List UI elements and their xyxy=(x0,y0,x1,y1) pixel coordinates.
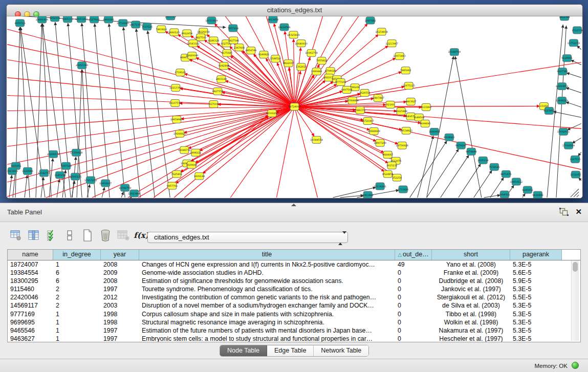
table-cell: 1997 xyxy=(101,285,139,293)
table-row[interactable]: 946554611997Estimation of the future num… xyxy=(8,326,580,335)
table-cell: 5.3E-5 xyxy=(510,301,562,310)
table-row[interactable]: 969969511998Structural magnetic resonanc… xyxy=(8,318,580,326)
table-row[interactable]: 911546021997Tourette syndrome. Phenomeno… xyxy=(8,285,580,293)
column-header-in-degree[interactable]: in_degree xyxy=(53,250,101,260)
table-cell: 14569117 xyxy=(8,301,53,310)
graph-node-label: 9175685 xyxy=(222,52,232,55)
memory-status-label: Memory: OK xyxy=(534,363,568,369)
column-header-title[interactable]: title xyxy=(139,250,395,260)
graph-node-label: 12342757 xyxy=(38,172,50,174)
window-titlebar[interactable]: citations_edges.txt xyxy=(7,5,582,16)
table-cell: 0 xyxy=(395,269,432,277)
table-chooser-dropdown[interactable]: citations_edges.txt xyxy=(147,232,348,243)
table-cell: 1997 xyxy=(101,326,139,335)
graph-node-label: 1640954 xyxy=(429,130,440,133)
table-cell: 1 xyxy=(53,310,101,318)
graph-node-label: 7515526 xyxy=(142,26,153,28)
new-table-icon[interactable] xyxy=(81,229,94,242)
graph-node-label: 1822394 xyxy=(559,16,570,18)
table-cell: Investigating the contribution of common… xyxy=(139,293,395,301)
column-header-pagerank[interactable]: pagerank xyxy=(510,250,562,260)
select-all-icon[interactable] xyxy=(45,229,58,242)
tab-edge-table[interactable]: Edge Table xyxy=(267,345,314,356)
graph-node-label: 16046756 xyxy=(178,149,190,151)
table-cell: 2008 xyxy=(101,277,139,285)
column-header-name[interactable]: name xyxy=(8,250,53,260)
graph-node-label: 2803144 xyxy=(216,78,227,80)
table-cell: Stergiakouli et al. (2012) xyxy=(432,293,510,301)
tab-network-table[interactable]: Network Table xyxy=(314,345,368,356)
table-cell: 0 xyxy=(395,277,432,285)
graph-node-label: 16107554 xyxy=(169,102,181,104)
graph-node-label: 1065333 xyxy=(62,18,73,20)
column-header-year[interactable]: year xyxy=(101,250,139,260)
graph-node-label: 62160 xyxy=(386,103,394,106)
panel-title: Table Panel xyxy=(7,208,42,216)
delete-table-icon[interactable] xyxy=(99,229,112,242)
table-row[interactable]: 977716911998Corpus callosum shape and si… xyxy=(8,310,580,318)
function-builder-icon[interactable]: f(x) xyxy=(135,229,148,242)
table-cell: Disruption of a novel member of a sodium… xyxy=(139,301,395,310)
table-cell: 5.3E-5 xyxy=(510,335,562,342)
table-cell: 9463627 xyxy=(8,335,53,342)
table-row[interactable]: 2242004622012Investigating the contribut… xyxy=(8,293,580,301)
tab-node-table[interactable]: Node Table xyxy=(220,345,267,356)
graph-node-label: 19534923 xyxy=(400,129,412,132)
panel-divider-grip[interactable] xyxy=(291,204,296,206)
table-cell: Hescheler et al. (1997) xyxy=(432,335,510,342)
graph-node-label: 16640910 xyxy=(295,42,307,45)
graph-node-label: 2605319 xyxy=(165,16,176,18)
table-scrollbar[interactable] xyxy=(571,260,579,341)
table-row[interactable]: 1938455462009Genome-wide association stu… xyxy=(8,269,580,277)
graph-node-label: 1609144 xyxy=(194,175,205,178)
table-cell: 0 xyxy=(395,310,432,318)
network-canvas[interactable]: 1872400774638229660123891295418226058982… xyxy=(7,16,582,198)
graph-node-label: 9463627 xyxy=(405,100,416,103)
table-cell: 5.3E-5 xyxy=(510,310,562,318)
graph-node-label: 1733426 xyxy=(398,188,408,191)
sort-ascending-icon: △ xyxy=(398,252,402,257)
table-row[interactable]: 1456911722003Disruption of a novel membe… xyxy=(8,301,580,310)
graph-node-label: 18226058 xyxy=(197,31,209,33)
graph-node-label: 1052331 xyxy=(49,17,60,19)
float-panel-icon[interactable] xyxy=(559,208,569,216)
table-chooser-value: citations_edges.txt xyxy=(154,233,209,241)
table-cell: 0 xyxy=(395,293,432,301)
table-row[interactable]: 1830029562008Estimation of significance … xyxy=(8,277,580,285)
graph-node-label: 9857791 xyxy=(167,185,178,187)
graph-node-label: 12923448 xyxy=(128,192,140,195)
graph-node-label: 1624554 xyxy=(359,92,370,94)
graph-node-label: 4955721 xyxy=(14,22,25,25)
table-cell: Estimation of significance thresholds fo… xyxy=(139,277,395,285)
graph-node-label: 9129966 xyxy=(561,57,572,59)
table-scrollbar-thumb[interactable] xyxy=(573,262,578,272)
column-header-short[interactable]: short xyxy=(432,250,510,260)
table-cell: 1 xyxy=(53,335,101,342)
rows-icon[interactable] xyxy=(63,229,76,242)
table-cell: Jankovic et al. (1997) xyxy=(432,285,510,293)
table-row[interactable]: 946362711997Embryonic stem cells: a mode… xyxy=(8,335,580,342)
graph-node-label: 10958107 xyxy=(99,182,112,185)
table-cell: 9699695 xyxy=(8,318,53,326)
network-window[interactable]: citations_edges.txt 18724007746382296601… xyxy=(6,4,583,199)
table-cell: Wolkin et al. (1998) xyxy=(432,318,510,326)
graph-node-label: 14671355 xyxy=(129,24,142,26)
graph-node-label: 16154838 xyxy=(375,31,387,33)
import-table-icon[interactable] xyxy=(117,229,130,242)
table-row[interactable]: 1872400712008Changes of HCN gene express… xyxy=(8,260,580,269)
column-settings-icon[interactable] xyxy=(27,229,40,242)
close-panel-icon[interactable]: ✕ xyxy=(575,207,582,216)
graph-node-label: 10025488 xyxy=(395,110,407,113)
graph-node-label: 20564486 xyxy=(346,99,358,102)
graph-node-label: 9436899 xyxy=(532,194,543,196)
table-cell: 2 xyxy=(53,285,101,293)
column-header-out-degree[interactable]: △out_de… xyxy=(395,250,432,260)
graph-node-label: 20053346 xyxy=(76,64,88,67)
table-settings-icon[interactable] xyxy=(9,229,23,242)
table-cell: Corpus callosum shape and size in male p… xyxy=(139,310,395,318)
table-cell: 18300295 xyxy=(8,277,53,285)
table-cell: 9777169 xyxy=(8,310,53,318)
graph-node-label: 10543382 xyxy=(187,42,199,45)
graph-node-label: 8822037 xyxy=(283,62,294,64)
graph-node-label: 7857224 xyxy=(228,27,238,30)
